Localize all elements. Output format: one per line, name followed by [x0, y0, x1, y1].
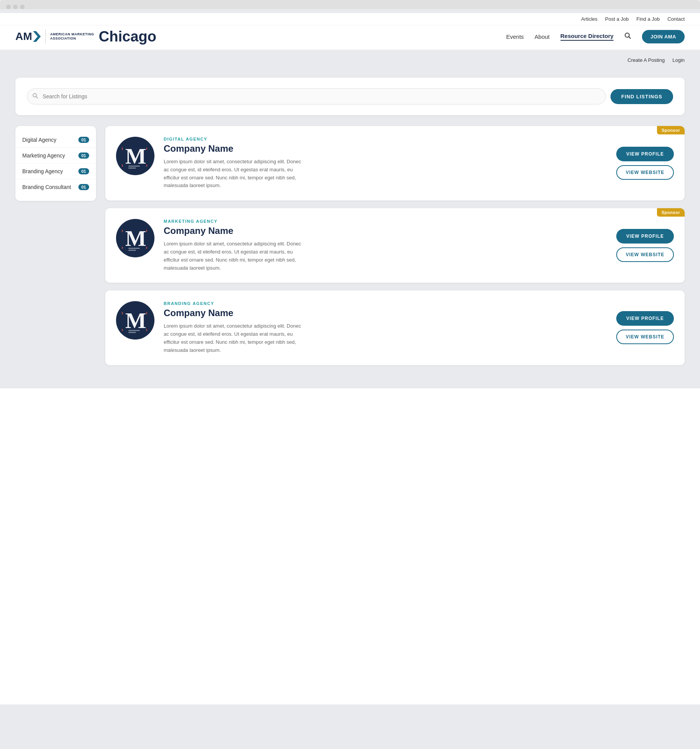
logo-icon: AM AMERICAN MARKETING ASSOCIATION — [15, 30, 94, 43]
logo-svg-3: M — [120, 305, 151, 336]
city-title: Chicago — [99, 29, 156, 44]
search-icon — [624, 32, 631, 39]
utility-nav-post-job[interactable]: Post a Job — [605, 16, 629, 22]
listing-company-2: Company Name — [164, 225, 607, 236]
sidebar-badge-marketing-agency: 01 — [78, 152, 89, 159]
sidebar-label-branding-consultant: Branding Consultant — [22, 184, 71, 190]
listing-company-1: Company Name — [164, 143, 607, 154]
svg-line-4 — [36, 97, 38, 98]
svg-text:M: M — [125, 144, 146, 169]
view-profile-button-1[interactable]: VIEW PROFILE — [616, 147, 674, 161]
nav-resource-directory[interactable]: Resource Directory — [561, 33, 614, 41]
search-bar: FIND LISTINGS — [27, 88, 673, 104]
search-bar-container: FIND LISTINGS — [15, 78, 685, 115]
view-profile-button-3[interactable]: VIEW PROFILE — [616, 311, 674, 326]
login-link[interactable]: Login — [672, 57, 685, 63]
listing-card-2: Sponsor › › › › M — [105, 208, 685, 283]
logo-svg-2: M — [120, 223, 151, 254]
svg-rect-13 — [128, 332, 136, 333]
svg-rect-12 — [128, 330, 140, 331]
search-input-icon — [32, 93, 38, 100]
view-website-button-3[interactable]: VIEW WEBSITE — [616, 330, 674, 344]
listing-card-3-inner: › › › › M BRANDIN — [116, 301, 674, 354]
listing-actions-1: VIEW PROFILE VIEW WEBSITE — [616, 147, 674, 180]
utility-nav-contact[interactable]: Contact — [667, 16, 685, 22]
nav-events[interactable]: Events — [506, 33, 524, 40]
search-input-wrap — [27, 88, 606, 104]
browser-dot-yellow — [13, 5, 18, 9]
svg-marker-0 — [33, 31, 41, 42]
svg-text:M: M — [125, 308, 146, 333]
listing-category-3: BRANDING AGENCY — [164, 301, 607, 306]
svg-text:M: M — [125, 226, 146, 251]
find-listings-button[interactable]: FIND LISTINGS — [610, 89, 673, 104]
page: Articles Post a Job Find a Job Contact A… — [0, 13, 700, 704]
listing-description-3: Lorem ipsum dolor sit amet, consectetur … — [164, 322, 302, 354]
svg-rect-10 — [128, 250, 136, 251]
svg-rect-9 — [128, 248, 140, 249]
ama-letters: AM — [15, 31, 32, 42]
listing-card-2-inner: › › › › M MARKETI — [116, 219, 674, 272]
browser-dot-red — [6, 5, 11, 9]
search-icon-button[interactable] — [624, 32, 631, 41]
sidebar-badge-digital-agency: 01 — [78, 137, 89, 143]
join-ama-button[interactable]: JOIN AMA — [642, 30, 685, 43]
sidebar-label-digital-agency: Digital Agency — [22, 137, 56, 143]
utility-nav: Articles Post a Job Find a Job Contact — [0, 13, 700, 25]
main-header: AM AMERICAN MARKETING ASSOCIATION Chicag… — [0, 25, 700, 50]
listings-area: Sponsor › › › › M — [105, 126, 685, 365]
listing-card-1: Sponsor › › › › M — [105, 126, 685, 201]
listing-content-3: BRANDING AGENCY Company Name Lorem ipsum… — [164, 301, 607, 354]
listing-actions-2: VIEW PROFILE VIEW WEBSITE — [616, 229, 674, 262]
logo-area: AM AMERICAN MARKETING ASSOCIATION Chicag… — [15, 29, 156, 44]
browser-dots — [6, 5, 694, 9]
listing-description-1: Lorem ipsum dolor sit amet, consectetur … — [164, 158, 302, 190]
utility-nav-articles[interactable]: Articles — [581, 16, 597, 22]
logo-divider — [45, 30, 46, 43]
sidebar-item-digital-agency[interactable]: Digital Agency 01 — [15, 132, 96, 148]
sidebar-label-branding-agency: Branding Agency — [22, 168, 63, 174]
sidebar: Digital Agency 01 Marketing Agency 01 Br… — [15, 126, 96, 201]
nav-about[interactable]: About — [534, 33, 549, 40]
main-nav: Events About Resource Directory JOIN AMA — [506, 30, 685, 43]
company-logo-1: › › › › M — [116, 137, 154, 175]
main-content: FIND LISTINGS Digital Agency 01 Marketin… — [0, 70, 700, 388]
sidebar-item-branding-agency[interactable]: Branding Agency 01 — [15, 164, 96, 179]
svg-rect-6 — [128, 166, 140, 167]
sponsor-badge-1: Sponsor — [657, 126, 685, 134]
browser-chrome — [0, 0, 700, 9]
sidebar-item-marketing-agency[interactable]: Marketing Agency 01 — [15, 148, 96, 164]
company-logo-2: › › › › M — [116, 219, 154, 257]
listing-category-1: DIGITAL AGENCY — [164, 137, 607, 141]
sponsor-badge-2: Sponsor — [657, 208, 685, 217]
view-website-button-1[interactable]: VIEW WEBSITE — [616, 165, 674, 180]
listing-card-1-inner: › › › › M — [116, 137, 674, 190]
org-name: AMERICAN MARKETING ASSOCIATION — [50, 32, 95, 41]
listing-content-2: MARKETING AGENCY Company Name Lorem ipsu… — [164, 219, 607, 272]
page-header: Create A Posting Login — [0, 50, 700, 70]
listing-company-3: Company Name — [164, 308, 607, 318]
logo-svg-1: M — [120, 141, 151, 171]
search-input[interactable] — [27, 88, 606, 104]
create-posting-link[interactable]: Create A Posting — [627, 57, 665, 63]
content-layout: Digital Agency 01 Marketing Agency 01 Br… — [15, 126, 685, 365]
svg-line-2 — [629, 37, 630, 39]
ama-chevron-icon — [33, 31, 41, 42]
browser-dot-green — [20, 5, 25, 9]
utility-nav-find-job[interactable]: Find a Job — [636, 16, 660, 22]
sidebar-item-branding-consultant[interactable]: Branding Consultant 01 — [15, 179, 96, 195]
svg-rect-7 — [128, 167, 136, 169]
logo-ama-text: AM — [15, 31, 41, 42]
listing-description-2: Lorem ipsum dolor sit amet, consectetur … — [164, 240, 302, 272]
sidebar-label-marketing-agency: Marketing Agency — [22, 152, 65, 159]
company-logo-3: › › › › M — [116, 301, 154, 340]
listing-card-3: › › › › M BRANDIN — [105, 290, 685, 365]
sidebar-badge-branding-consultant: 01 — [78, 184, 89, 190]
view-website-button-2[interactable]: VIEW WEBSITE — [616, 247, 674, 262]
listing-actions-3: VIEW PROFILE VIEW WEBSITE — [616, 311, 674, 344]
listing-category-2: MARKETING AGENCY — [164, 219, 607, 224]
listing-content-1: DIGITAL AGENCY Company Name Lorem ipsum … — [164, 137, 607, 190]
sidebar-badge-branding-agency: 01 — [78, 168, 89, 174]
view-profile-button-2[interactable]: VIEW PROFILE — [616, 229, 674, 244]
